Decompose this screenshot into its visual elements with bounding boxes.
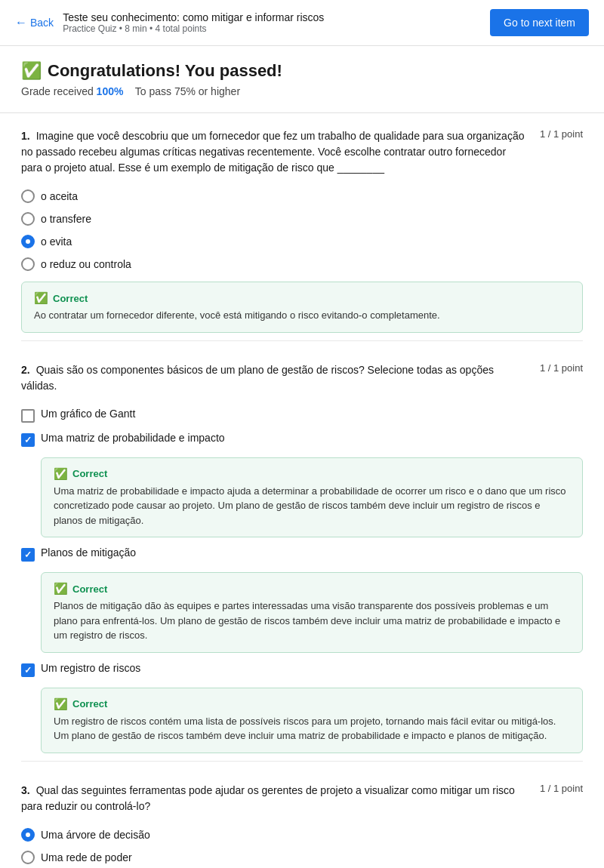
congrats-title: ✅ Congratulations! You passed!: [21, 61, 282, 81]
question-text-2: 2.Quais são os componentes básicos de um…: [21, 364, 494, 392]
question-num-2: 2.: [21, 364, 30, 376]
radio-1-2[interactable]: [21, 212, 35, 226]
question-text-3: 3.Qual das seguintes ferramentas pode aj…: [21, 784, 515, 812]
option-row-2-4[interactable]: Um registro de riscos: [21, 657, 583, 682]
pass-value: 75% or higher: [174, 85, 240, 97]
options-2: Um gráfico de GanttUma matriz de probabi…: [21, 403, 583, 753]
header-subtitle: Practice Quiz • 8 min • 4 total points: [63, 23, 324, 34]
header-title: Teste seu conhecimento: como mitigar e i…: [63, 11, 324, 23]
correct-label-1: ✅Correct: [34, 291, 570, 305]
radio-1-4[interactable]: [21, 257, 35, 271]
back-label: Back: [30, 17, 54, 29]
options-1: o aceitao transfereo evitao reduz ou con…: [21, 185, 583, 333]
question-block-2: 2.Quais são os componentes básicos de um…: [21, 362, 583, 762]
options-3: Uma árvore de decisãoUma rede de poderUm…: [21, 823, 583, 869]
point-badge-3: 1 / 1 point: [540, 783, 583, 794]
correct-text-2-3: Planos de mitigação dão às equipes e par…: [54, 599, 570, 643]
question-num-3: 3.: [21, 784, 30, 796]
option-label-1-1: o aceita: [41, 190, 78, 202]
question-block-3: 3.Qual das seguintes ferramentas pode aj…: [21, 783, 583, 869]
point-badge-1: 1 / 1 point: [540, 128, 583, 140]
divider-2: [21, 761, 583, 762]
question-block-1: 1.Imagine que você descobriu que um forn…: [21, 128, 583, 341]
question-header-3: 3.Qual das seguintes ferramentas pode aj…: [21, 783, 583, 814]
congrats-info: ✅ Congratulations! You passed! Grade rec…: [21, 61, 282, 97]
option-label-2-3: Planos de mitigação: [41, 546, 136, 559]
radio-1-3[interactable]: [21, 235, 35, 248]
correct-label-2-2: ✅Correct: [54, 467, 570, 481]
checkbox-2-4[interactable]: [21, 663, 35, 677]
option-row-2-1[interactable]: Um gráfico de Gantt: [21, 403, 583, 427]
question-header-1: 1.Imagine que você descobriu que um forn…: [21, 128, 583, 176]
question-header-2: 2.Quais são os componentes básicos de um…: [21, 362, 583, 394]
option-row-1-3[interactable]: o evita: [21, 230, 583, 253]
congrats-banner: ✅ Congratulations! You passed! Grade rec…: [0, 46, 604, 113]
checkbox-2-2[interactable]: [21, 433, 35, 447]
option-label-2-4: Um registro de riscos: [41, 662, 140, 674]
feedback-box-1: ✅CorrectAo contratar um fornecedor difer…: [21, 282, 583, 333]
checkbox-2-3[interactable]: [21, 548, 35, 562]
header-info: Teste seu conhecimento: como mitigar e i…: [63, 11, 324, 34]
feedback-box-2-4: ✅CorrectUm registro de riscos contém uma…: [41, 688, 583, 753]
option-row-2-3[interactable]: Planos de mitigação: [21, 542, 583, 566]
congrats-title-text: Congratulations! You passed!: [48, 61, 282, 81]
question-text-1: 1.Imagine que você descobriu que um forn…: [21, 130, 524, 174]
point-badge-2: 1 / 1 point: [540, 362, 583, 374]
correct-icon-1: ✅: [34, 291, 48, 305]
feedback-box-2-3: ✅CorrectPlanos de mitigação dão às equip…: [41, 572, 583, 653]
radio-3-2[interactable]: [21, 851, 35, 864]
question-num-1: 1.: [21, 130, 30, 142]
option-label-1-4: o reduz ou controla: [41, 258, 131, 270]
option-label-1-3: o evita: [41, 235, 72, 248]
page-header: ← Back Teste seu conhecimento: como miti…: [0, 0, 604, 46]
correct-label-2-4: ✅Correct: [54, 697, 570, 711]
option-label-1-2: o transfere: [41, 213, 91, 225]
main-content: 1.Imagine que você descobriu que um forn…: [0, 113, 604, 868]
option-row-1-1[interactable]: o aceita: [21, 185, 583, 208]
back-button[interactable]: ← Back: [15, 16, 54, 29]
header-left: ← Back Teste seu conhecimento: como miti…: [15, 11, 324, 34]
option-row-2-2[interactable]: Uma matriz de probabilidade e impacto: [21, 427, 583, 451]
correct-text-1: Ao contratar um fornecedor diferente, vo…: [34, 308, 570, 323]
pass-label: To pass: [135, 85, 171, 97]
option-row-3-1[interactable]: Uma árvore de decisão: [21, 823, 583, 846]
grade-label: Grade received: [21, 85, 94, 97]
option-label-2-2: Uma matriz de probabilidade e impacto: [41, 432, 225, 444]
option-label-3-1: Uma árvore de decisão: [41, 829, 150, 841]
correct-text-2-4: Um registro de riscos contém uma lista d…: [54, 714, 570, 743]
grade-value: 100%: [97, 85, 124, 97]
radio-3-1[interactable]: [21, 828, 35, 842]
back-arrow-icon: ←: [15, 16, 27, 29]
correct-text-2-2: Uma matriz de probabilidade e impacto aj…: [54, 484, 570, 528]
next-item-button[interactable]: Go to next item: [490, 9, 589, 36]
option-row-1-2[interactable]: o transfere: [21, 208, 583, 230]
congrats-grade-line: Grade received 100% To pass 75% or highe…: [21, 85, 282, 97]
checkbox-2-1[interactable]: [21, 409, 35, 423]
option-label-3-2: Uma rede de poder: [41, 851, 132, 863]
feedback-box-2-2: ✅CorrectUma matriz de probabilidade e im…: [41, 457, 583, 538]
correct-label-2-3: ✅Correct: [54, 582, 570, 596]
option-row-3-2[interactable]: Uma rede de poder: [21, 846, 583, 869]
congrats-check-icon: ✅: [21, 61, 42, 81]
radio-1-1[interactable]: [21, 189, 35, 203]
divider-1: [21, 340, 583, 341]
option-row-1-4[interactable]: o reduz ou controla: [21, 253, 583, 275]
option-label-2-1: Um gráfico de Gantt: [41, 408, 135, 420]
